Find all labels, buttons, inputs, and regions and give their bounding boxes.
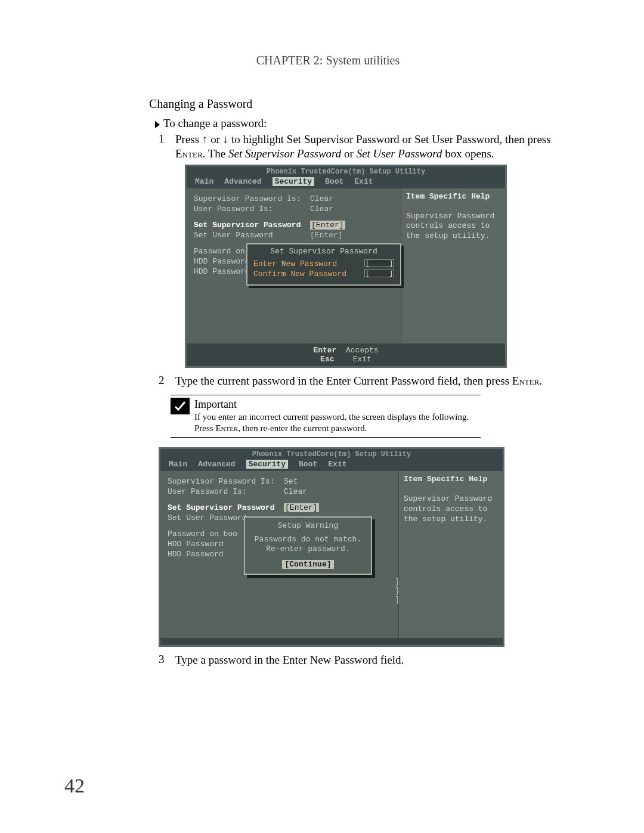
menu-exit: Exit: [328, 460, 346, 469]
bios-footer: Enter Accepts Esc Exit: [187, 343, 505, 366]
row-label: User Password Is:: [194, 205, 273, 213]
up-arrow-icon: ↑: [202, 133, 208, 145]
bios-title: Phoenix TrustedCore(tm) Setup Utility: [187, 166, 505, 176]
stray: ]: [395, 595, 400, 604]
instruction-intro: To change a password:: [155, 117, 578, 130]
bios-help-panel: Item Specific Help Supervisor Password c…: [398, 471, 503, 638]
bios-footer: [160, 638, 503, 645]
stray: ]: [395, 586, 400, 595]
menu-main: Main: [169, 460, 187, 469]
t: Set Supervisor Password: [228, 147, 341, 160]
help-text: Supervisor Password controls access to t…: [404, 494, 498, 525]
menu-boot: Boot: [325, 177, 343, 186]
dialog-title: Set Supervisor Password: [253, 247, 394, 256]
page-number: 42: [64, 775, 85, 797]
bios-menubar: Main Advanced Security Boot Exit: [187, 176, 505, 188]
row-value: [Enter]: [310, 221, 345, 230]
step-text: Type a password in the Enter New Passwor…: [175, 653, 578, 667]
t: Press: [194, 423, 215, 433]
bios-left-panel: Supervisor Password Is: Clear User Passw…: [187, 188, 401, 343]
row-label: Supervisor Password Is:: [194, 194, 301, 203]
chapter-header: CHAPTER 2: System utilities: [78, 54, 578, 67]
row-label: Set Supervisor Password: [168, 503, 274, 512]
menu-security: Security: [273, 177, 314, 186]
help-title: Item Specific Help: [404, 475, 498, 484]
bios-left-panel: Supervisor Password Is: Set User Passwor…: [160, 471, 398, 638]
step-2: 2 Type the current password in the Enter…: [159, 374, 578, 388]
dialog-row-label: Enter New Password: [253, 259, 337, 268]
step-3: 3 Type a password in the Enter New Passw…: [159, 653, 578, 667]
row-label: Set Supervisor Password: [194, 221, 301, 230]
t: Type the current password in the Enter C…: [175, 374, 512, 387]
stray: ]: [395, 577, 400, 586]
help-text: Supervisor Password controls access to t…: [406, 212, 500, 242]
row-value: Clear: [284, 487, 307, 496]
row-label: HDD Password: [194, 257, 250, 266]
step-1: 1 Press ↑ or ↓ to highlight Set Supervis…: [159, 132, 578, 161]
t: to highlight Set Supervisor Password or …: [228, 133, 550, 145]
row-label: HDD Password: [194, 267, 250, 276]
help-title: Item Specific Help: [406, 192, 500, 201]
t: Press: [175, 133, 202, 145]
enter-key: Enter: [215, 423, 238, 433]
bios-screenshot-2: Phoenix TrustedCore(tm) Setup Utility Ma…: [159, 447, 504, 647]
menu-advanced: Advanced: [198, 460, 235, 469]
row-value: [Enter]: [284, 503, 319, 512]
t: box opens.: [442, 147, 494, 160]
menu-advanced: Advanced: [224, 177, 261, 186]
row-label: HDD Password: [168, 540, 224, 549]
bios-title: Phoenix TrustedCore(tm) Setup Utility: [160, 449, 503, 459]
down-arrow-icon: ↓: [223, 133, 229, 145]
step-number: 3: [159, 653, 175, 667]
t: or: [341, 147, 356, 160]
continue-button: [Continue]: [282, 560, 333, 569]
footer-key: Enter: [313, 346, 336, 355]
footer-key: Esc: [320, 355, 334, 364]
row-label: Supervisor Password Is:: [168, 477, 274, 486]
dialog-title: Setup Warning: [250, 521, 366, 530]
enter-key: Enter: [175, 147, 203, 160]
dialog-line: Passwords do not match.: [250, 535, 366, 544]
callout-line: Press Enter, then re-enter the current p…: [194, 423, 469, 434]
row-value: Clear: [310, 205, 333, 213]
instruction-intro-text: To change a password:: [163, 117, 267, 129]
callout-line: If you enter an incorrect current passwo…: [194, 411, 469, 423]
row-value: Clear: [310, 194, 333, 203]
enter-key: Enter: [512, 374, 540, 387]
t: . The: [203, 147, 228, 160]
bios-menubar: Main Advanced Security Boot Exit: [160, 459, 503, 471]
row-value: [Enter]: [310, 231, 343, 240]
section-title: Changing a Password: [149, 97, 578, 111]
password-field: [ ]: [364, 259, 394, 267]
callout-title: Important: [194, 398, 469, 411]
menu-main: Main: [195, 177, 213, 186]
dialog-row-label: Confirm New Password: [253, 270, 346, 278]
t: , then re-enter the current password.: [238, 423, 367, 433]
step-text: Press ↑ or ↓ to highlight Set Supervisor…: [175, 132, 578, 161]
row-label: HDD Password: [168, 550, 224, 559]
bios-screenshot-1: Phoenix TrustedCore(tm) Setup Utility Ma…: [185, 165, 507, 368]
row-value: Set: [284, 477, 298, 486]
row-label: Set User Password: [168, 513, 247, 522]
bios-help-panel: Item Specific Help Supervisor Password c…: [401, 188, 505, 343]
step-text: Type the current password in the Enter C…: [175, 374, 578, 388]
important-callout: Important If you enter an incorrect curr…: [171, 395, 481, 438]
t: or: [208, 133, 222, 145]
row-label: User Password Is:: [168, 487, 247, 496]
checkmark-icon: [171, 398, 190, 414]
menu-boot: Boot: [299, 460, 317, 469]
row-label: Set User Password: [194, 231, 273, 240]
footer-action: Exit: [353, 355, 371, 364]
right-triangle-icon: [155, 121, 160, 128]
password-field: [ ]: [364, 270, 394, 277]
row-label: Password on boo: [168, 529, 237, 538]
footer-action: Accepts: [346, 346, 379, 355]
menu-exit: Exit: [354, 177, 373, 186]
menu-security: Security: [246, 460, 288, 469]
dialog-line: Re-enter password.: [250, 544, 366, 553]
set-password-dialog: Set Supervisor Password Enter New Passwo…: [246, 243, 401, 286]
warning-dialog: Setup Warning Passwords do not match. Re…: [244, 516, 372, 575]
step-number: 2: [159, 374, 175, 388]
t: .: [539, 374, 542, 387]
step-number: 1: [159, 132, 175, 161]
